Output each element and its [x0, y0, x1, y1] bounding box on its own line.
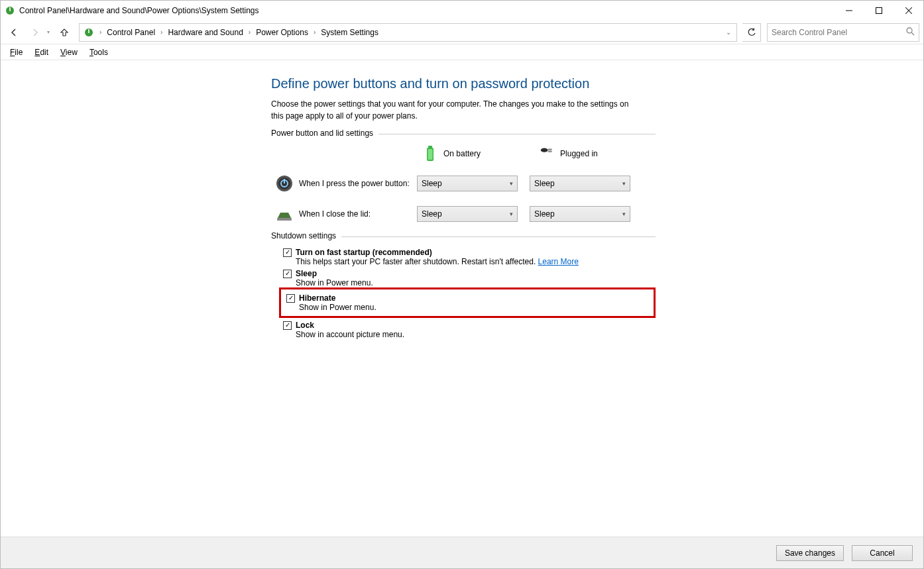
chevron-right-icon[interactable]: ›	[247, 28, 252, 36]
power-options-icon	[84, 27, 94, 38]
row-close-lid: When I close the lid: Sleep ▾ Sleep ▾	[271, 205, 656, 223]
power-button-icon	[275, 174, 294, 193]
nav-bar: ▾ › Control Panel › Hardware and Sound ›…	[1, 21, 923, 44]
checkbox-lock[interactable]: ✓	[283, 321, 292, 330]
window-title: Control Panel\Hardware and Sound\Power O…	[19, 6, 259, 15]
label-close-lid: When I close the lid:	[299, 209, 417, 219]
search-input[interactable]	[772, 28, 915, 37]
back-button[interactable]	[5, 23, 23, 42]
content-area: Define power buttons and turn on passwor…	[1, 62, 923, 537]
save-changes-button[interactable]: Save changes	[776, 545, 844, 561]
page-subtitle: Choose the power settings that you want …	[271, 98, 642, 122]
power-options-icon	[5, 5, 15, 16]
menu-tools[interactable]: Tools	[84, 46, 113, 58]
cancel-button[interactable]: Cancel	[852, 545, 913, 561]
address-bar[interactable]: › Control Panel › Hardware and Sound › P…	[79, 23, 737, 42]
group-power-button-lid: Power button and lid settings On battery…	[271, 134, 656, 231]
select-lid-battery[interactable]: Sleep ▾	[417, 206, 518, 222]
svg-rect-11	[428, 146, 432, 148]
select-power-button-battery[interactable]: Sleep ▾	[417, 176, 518, 191]
desc-hibernate: Show in Power menu.	[299, 303, 648, 312]
breadcrumb-hardware-sound[interactable]: Hardware and Sound	[165, 25, 245, 40]
chevron-down-icon: ▾	[510, 211, 513, 217]
close-button[interactable]	[894, 1, 923, 21]
select-lid-plugged[interactable]: Sleep ▾	[530, 206, 630, 222]
refresh-button[interactable]	[742, 23, 761, 42]
svg-rect-19	[277, 218, 292, 221]
address-dropdown-icon[interactable]: ⌄	[722, 28, 735, 36]
svg-rect-7	[88, 29, 89, 33]
breadcrumb-system-settings[interactable]: System Settings	[318, 25, 381, 40]
desc-lock: Show in account picture menu.	[296, 330, 656, 339]
menu-view[interactable]: View	[55, 46, 83, 58]
chevron-down-icon: ▾	[622, 211, 626, 217]
breadcrumb-power-options[interactable]: Power Options	[253, 25, 311, 40]
window-controls	[834, 1, 923, 21]
col-plugged-in: Plugged in	[560, 149, 598, 158]
option-fast-startup: ✓ Turn on fast startup (recommended) Thi…	[283, 248, 656, 266]
svg-rect-12	[428, 149, 433, 160]
label-fast-startup: Turn on fast startup (recommended)	[296, 248, 432, 257]
search-icon[interactable]	[906, 27, 915, 38]
label-hibernate: Hibernate	[299, 293, 335, 303]
minimize-button[interactable]	[834, 1, 864, 21]
breadcrumb-control-panel[interactable]: Control Panel	[104, 25, 158, 40]
svg-line-9	[911, 32, 914, 35]
desc-sleep: Show in Power menu.	[296, 278, 656, 287]
svg-rect-1	[9, 7, 11, 11]
search-box[interactable]	[767, 23, 919, 42]
label-power-button: When I press the power button:	[299, 179, 417, 188]
menu-bar: File Edit View Tools	[1, 44, 923, 60]
svg-point-13	[541, 148, 548, 152]
battery-icon	[424, 145, 437, 162]
chevron-right-icon[interactable]: ›	[98, 28, 103, 36]
checkbox-hibernate[interactable]: ✓	[286, 294, 295, 303]
select-power-button-plugged[interactable]: Sleep ▾	[530, 176, 630, 191]
row-power-button: When I press the power button: Sleep ▾ S…	[271, 174, 656, 193]
chevron-right-icon[interactable]: ›	[159, 28, 164, 36]
label-lock: Lock	[296, 321, 314, 330]
title-bar: Control Panel\Hardware and Sound\Power O…	[1, 1, 923, 21]
checkbox-sleep[interactable]: ✓	[283, 270, 292, 278]
column-headers: On battery Plugged in	[424, 145, 656, 162]
svg-rect-3	[876, 8, 882, 14]
laptop-lid-icon	[275, 205, 294, 223]
highlight-hibernate: ✓ Hibernate Show in Power menu.	[279, 287, 656, 318]
label-sleep: Sleep	[296, 269, 317, 278]
svg-point-8	[907, 28, 912, 33]
chevron-right-icon[interactable]: ›	[312, 28, 317, 36]
col-on-battery: On battery	[443, 149, 481, 158]
recent-locations-dropdown[interactable]: ▾	[47, 29, 52, 35]
plug-icon	[540, 145, 553, 162]
svg-rect-14	[548, 148, 552, 150]
desc-fast-startup: This helps start your PC faster after sh…	[296, 257, 656, 266]
option-sleep: ✓ Sleep Show in Power menu.	[283, 269, 656, 287]
up-button[interactable]	[55, 23, 74, 42]
learn-more-link[interactable]: Learn More	[538, 257, 579, 266]
page-title: Define power buttons and turn on passwor…	[271, 76, 656, 91]
group-shutdown-settings: Shutdown settings ✓ Turn on fast startup…	[271, 236, 656, 350]
option-lock: ✓ Lock Show in account picture menu.	[283, 321, 656, 339]
footer: Save changes Cancel	[1, 537, 923, 568]
maximize-button[interactable]	[864, 1, 894, 21]
forward-button[interactable]	[26, 23, 44, 42]
option-hibernate: ✓ Hibernate Show in Power menu.	[286, 293, 648, 312]
group-label: Power button and lid settings	[271, 129, 378, 138]
chevron-down-icon: ▾	[622, 180, 626, 187]
svg-rect-15	[548, 150, 552, 152]
menu-file[interactable]: File	[5, 46, 28, 58]
menu-edit[interactable]: Edit	[29, 46, 54, 58]
group-label: Shutdown settings	[271, 231, 341, 240]
checkbox-fast-startup[interactable]: ✓	[283, 248, 292, 257]
chevron-down-icon: ▾	[510, 180, 513, 187]
